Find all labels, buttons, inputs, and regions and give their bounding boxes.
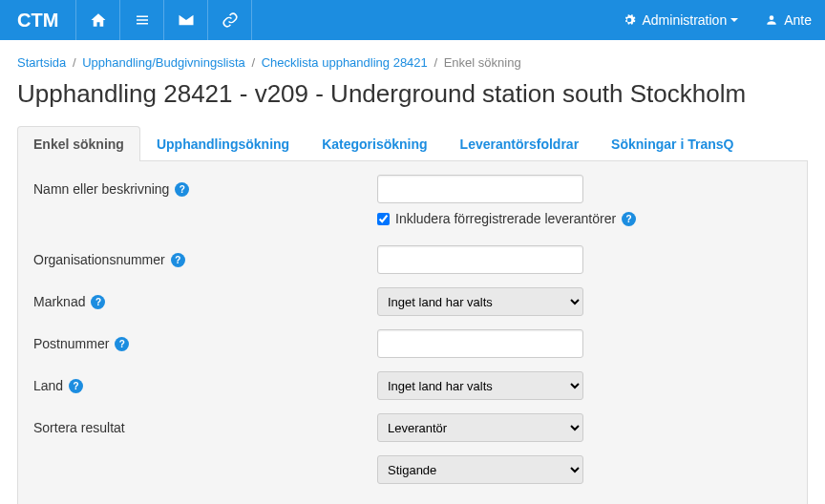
tab-transq-search[interactable]: Sökningar i TransQ — [595, 126, 750, 161]
org-input[interactable] — [377, 245, 583, 274]
tab-supplier-folders[interactable]: Leverantörsfoldrar — [444, 126, 595, 161]
tabs: Enkel sökning Upphandlingsökning Kategor… — [17, 126, 808, 161]
home-icon[interactable] — [76, 0, 120, 40]
top-navbar: CTM Administration Ante — [0, 0, 825, 40]
market-select[interactable]: Inget land har valts — [377, 287, 583, 316]
breadcrumb-current: Enkel sökning — [444, 55, 521, 70]
sort-label: Sortera resultat — [33, 420, 125, 435]
breadcrumb-item[interactable]: Checklista upphandling 28421 — [262, 55, 428, 70]
help-icon[interactable]: ? — [171, 253, 185, 267]
country-select[interactable]: Inget land har valts — [377, 371, 583, 400]
brand-logo[interactable]: CTM — [0, 0, 76, 40]
chevron-down-icon — [730, 18, 738, 22]
help-icon[interactable]: ? — [91, 295, 105, 309]
name-input[interactable] — [377, 175, 583, 203]
tab-simple-search[interactable]: Enkel sökning — [17, 126, 140, 161]
user-label: Ante — [784, 12, 812, 28]
breadcrumb-item[interactable]: Upphandling/Budgivningslista — [82, 55, 245, 70]
postal-input[interactable] — [377, 329, 583, 358]
gear-icon — [623, 13, 636, 27]
administration-menu[interactable]: Administration — [609, 0, 751, 40]
search-panel: Namn eller beskrivning ? Inkludera förre… — [17, 161, 808, 504]
mail-icon[interactable] — [164, 0, 208, 40]
include-preregistered-checkbox[interactable] — [377, 213, 390, 225]
page-title: Upphandling 28421 - v209 - Underground s… — [17, 79, 808, 109]
breadcrumb: Startsida / Upphandling/Budgivningslista… — [17, 55, 808, 70]
administration-label: Administration — [642, 12, 727, 28]
name-label: Namn eller beskrivning — [33, 181, 169, 197]
tab-category-search[interactable]: Kategorisökning — [306, 126, 443, 161]
include-preregistered-label: Inkludera förregistrerade leverantörer — [395, 211, 616, 226]
postal-label: Postnummer — [33, 336, 109, 351]
breadcrumb-item[interactable]: Startsida — [17, 55, 66, 70]
help-icon[interactable]: ? — [175, 182, 189, 197]
sort-direction-select[interactable]: Stigande — [377, 455, 583, 484]
country-label: Land — [33, 378, 63, 393]
help-icon[interactable]: ? — [115, 337, 129, 351]
user-menu[interactable]: Ante — [751, 0, 825, 40]
user-icon — [765, 13, 778, 27]
link-icon[interactable] — [208, 0, 252, 40]
sort-by-select[interactable]: Leverantör — [377, 413, 583, 442]
org-label: Organisationsnummer — [33, 252, 165, 267]
market-label: Marknad — [33, 294, 85, 309]
list-icon[interactable] — [120, 0, 164, 40]
help-icon[interactable]: ? — [622, 212, 636, 226]
help-icon[interactable]: ? — [69, 379, 83, 393]
tab-procurement-search[interactable]: Upphandlingsökning — [140, 126, 306, 161]
